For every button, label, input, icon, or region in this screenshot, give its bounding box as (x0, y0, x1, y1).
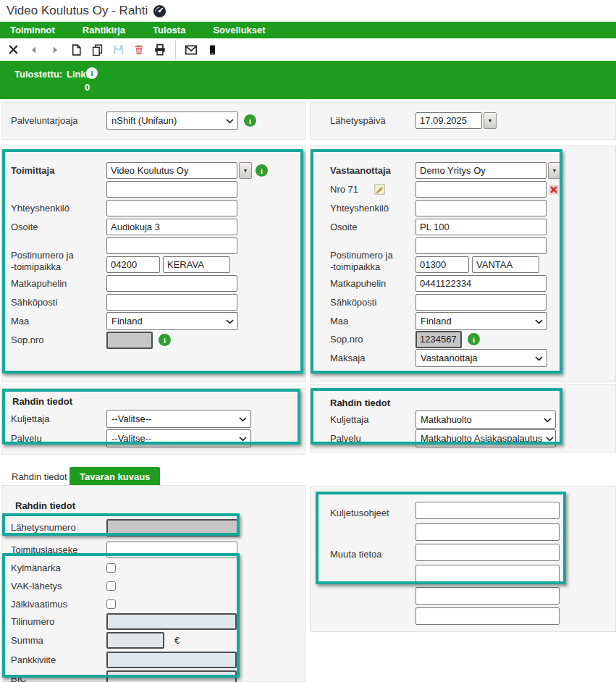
sender-postal-label-line2: -toimipaikka (11, 261, 106, 273)
print-icon[interactable] (153, 42, 167, 58)
chevron-down-icon (535, 319, 543, 324)
sender-dropdown-button[interactable]: ▼ (239, 162, 252, 179)
copy-icon[interactable] (90, 42, 104, 58)
receiver-address-input[interactable] (415, 219, 547, 235)
toolbar (0, 38, 616, 61)
receiver-payer-value: Vastaanottaja (421, 353, 478, 363)
receiver-mobile-input[interactable] (415, 275, 547, 292)
shipment-number-input (106, 519, 240, 536)
mobile-icon[interactable] (205, 42, 219, 58)
bank-reference-label: Pankkiviite (11, 654, 106, 665)
menu-bar: Toiminnot Rahtikirja Tulosta Sovellukset (0, 22, 616, 38)
dangerous-goods-checkbox[interactable] (106, 581, 116, 591)
tab-rahdin-tiedot-label: Rahdin tiedot (12, 471, 67, 482)
delivery-terms-input[interactable] (106, 542, 237, 558)
other-info-input-2[interactable] (415, 565, 560, 582)
bank-reference-input (106, 652, 237, 668)
sender-country-select[interactable]: Finland (106, 312, 238, 330)
delete-icon[interactable] (132, 42, 146, 58)
remove-receiver-icon[interactable] (549, 185, 559, 195)
chevron-down-icon (544, 418, 552, 423)
freight-right-carrier-label: Kuljettaja (330, 414, 415, 425)
back-icon[interactable] (27, 42, 41, 58)
details-panel: Rahdin tiedot Lähetysnumero Toimituslaus… (1, 485, 305, 682)
freight-left-title: Rahdin tiedot (12, 396, 72, 407)
sender-city-input[interactable] (163, 256, 230, 273)
receiver-city-input[interactable] (472, 256, 539, 273)
gauge-icon[interactable] (153, 4, 166, 18)
sender-mobile-input[interactable] (106, 275, 237, 292)
receiver-title: Vastaanottaja (330, 165, 415, 176)
other-info-input-4[interactable] (415, 607, 560, 625)
bic-label: BIC (11, 673, 106, 682)
receiver-name-input[interactable] (415, 162, 547, 179)
receiver-address2-input[interactable] (415, 237, 547, 254)
receiver-postal-code-input[interactable] (415, 256, 469, 273)
ship-date-label: Lähetyspäivä (330, 115, 415, 126)
provider-select[interactable]: nShift (Unifaun) (106, 111, 238, 130)
receiver-address-label: Osoite (330, 222, 415, 232)
provider-label: Palveluntarjoaja (11, 115, 106, 126)
links-info-icon[interactable]: i (86, 67, 98, 79)
forward-icon[interactable] (48, 42, 62, 58)
chevron-down-icon (546, 437, 554, 442)
other-info-input-1[interactable] (415, 544, 560, 561)
sender-name2-input[interactable] (106, 181, 237, 198)
ship-date-dropdown-button[interactable]: ▼ (484, 112, 497, 129)
transport-instructions-input-1[interactable] (415, 502, 560, 519)
menu-sovellukset[interactable]: Sovellukset (213, 25, 265, 35)
shipment-number-label: Lähetysnumero (11, 522, 106, 533)
menu-tulosta[interactable]: Tulosta (153, 25, 185, 35)
sender-contract-info-icon[interactable]: i (159, 334, 171, 346)
receiver-contact-label: Yhteyshenkilö (330, 203, 415, 214)
menu-rahtikirja[interactable]: Rahtikirja (83, 25, 125, 35)
receiver-country-label: Maa (330, 316, 415, 327)
freight-right-service-value: Matkahuolto Asiakaspalautus (421, 433, 542, 444)
sender-contact-input[interactable] (106, 200, 237, 216)
freight-left-carrier-label: Kuljettaja (11, 413, 106, 424)
freight-right-service-label: Palvelu (330, 433, 415, 444)
close-icon[interactable] (6, 42, 20, 58)
chevron-down-icon (226, 119, 234, 124)
cash-on-delivery-checkbox[interactable] (106, 599, 116, 609)
sender-address2-input[interactable] (106, 237, 237, 254)
email-icon[interactable] (184, 42, 198, 58)
freight-left-service-select[interactable]: --Valitse-- (106, 429, 251, 447)
receiver-postal-label: Postinumero ja -toimipaikka (330, 256, 415, 273)
cold-sensitive-checkbox[interactable] (106, 563, 116, 573)
receiver-postal-label-line2: -toimipaikka (330, 261, 415, 273)
receiver-email-input[interactable] (415, 294, 547, 311)
transport-instructions-input-2[interactable] (415, 523, 560, 541)
receiver-contract-info-icon[interactable]: i (468, 333, 480, 345)
receiver-contact-input[interactable] (415, 200, 547, 216)
sender-postal-label: Postinumero ja -toimipaikka (11, 256, 106, 273)
sender-address-input[interactable] (106, 219, 237, 235)
sender-postal-code-input[interactable] (106, 256, 160, 273)
delivery-terms-label: Toimituslauseke (11, 544, 106, 555)
new-document-icon[interactable] (69, 42, 83, 58)
ship-date-input[interactable] (415, 112, 482, 129)
other-info-input-3[interactable] (415, 587, 560, 605)
receiver-dropdown-button[interactable]: ▼ (548, 162, 561, 179)
transport-instructions-label: Kuljetusohjeet (330, 508, 415, 518)
freight-right-service-select[interactable]: Matkahuolto Asiakaspalautus (415, 429, 556, 447)
sender-name-input[interactable] (106, 162, 237, 179)
sender-info-icon[interactable]: i (256, 164, 268, 177)
receiver-number-input[interactable] (415, 181, 547, 198)
tab-tavaran-kuvaus[interactable]: Tavaran kuvaus (69, 467, 160, 487)
receiver-panel: Vastaanottaja ▼ Nro 71 Yhteyshenkilö Oso… (310, 146, 616, 382)
menu-toiminnot[interactable]: Toiminnot (10, 25, 55, 35)
freight-left-carrier-select[interactable]: --Valitse-- (106, 410, 251, 428)
edit-pencil-icon[interactable] (374, 184, 385, 195)
provider-info-icon[interactable]: i (244, 114, 256, 127)
sender-panel: Toimittaja ▼ i Yhteyshenkilö Osoite Post… (1, 146, 305, 382)
tab-rahdin-tiedot[interactable]: Rahdin tiedot (1, 467, 77, 487)
receiver-email-label: Sähköposti (330, 297, 415, 308)
receiver-country-select[interactable]: Finland (415, 312, 547, 330)
receiver-number-wrap: Nro 71 (330, 184, 415, 195)
freight-right-carrier-select[interactable]: Matkahuolto (415, 411, 556, 429)
amount-label: Summa (11, 635, 106, 646)
sender-email-input[interactable] (106, 294, 237, 311)
save-icon[interactable] (111, 42, 125, 58)
receiver-payer-select[interactable]: Vastaanottaja (415, 349, 547, 367)
